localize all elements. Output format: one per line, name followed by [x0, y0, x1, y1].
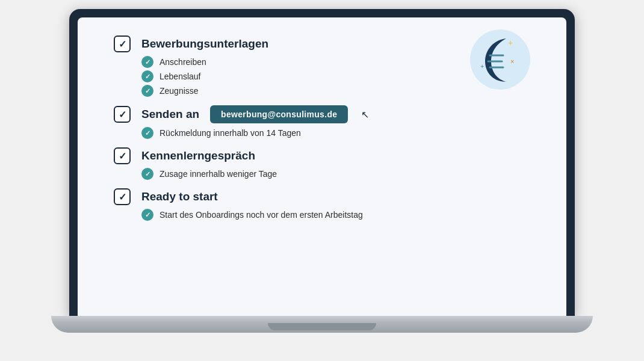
sub-items-4: Start des Onboardings noch vor dem erste…	[141, 209, 530, 221]
section-header-2: ✓ Senden an bewerbung@consulimus.de ↖	[114, 105, 530, 123]
sub-items-3: Zusage innerhalb weniger Tage	[141, 168, 530, 180]
sub-item-zusage: Zusage innerhalb weniger Tage	[141, 168, 530, 180]
checkbox-check-3: ✓	[119, 150, 126, 162]
green-check-icon	[141, 70, 153, 82]
checkbox-check-2: ✓	[119, 109, 126, 120]
laptop-screen: + × + ✓ Bewerbungsunterlagen	[78, 17, 566, 316]
section-title-2: Senden an	[141, 108, 199, 121]
screen-content: + × + ✓ Bewerbungsunterlagen	[78, 17, 566, 316]
section-senden-an: ✓ Senden an bewerbung@consulimus.de ↖ Rü…	[114, 105, 530, 139]
checkbox-2[interactable]: ✓	[114, 106, 131, 123]
green-check-icon	[141, 209, 153, 221]
sub-item-rueckmeldung: Rückmeldung innerhalb von 14 Tagen	[141, 127, 530, 139]
checkbox-check-1: ✓	[119, 39, 126, 50]
laptop-wrapper: + × + ✓ Bewerbungsunterlagen	[63, 9, 581, 352]
section-header-3: ✓ Kennenlerngespräch	[114, 147, 530, 164]
svg-text:+: +	[508, 38, 513, 48]
checkbox-3[interactable]: ✓	[114, 147, 131, 164]
green-check-icon	[141, 168, 153, 180]
cursor-icon: ↖	[361, 109, 369, 120]
section-kennenlerngespraech: ✓ Kennenlerngespräch Zusage innerhalb we…	[114, 147, 530, 180]
checkbox-4[interactable]: ✓	[114, 188, 131, 205]
sub-item-onboarding: Start des Onboardings noch vor dem erste…	[141, 209, 530, 221]
svg-text:×: ×	[510, 58, 514, 65]
section-title-1: Bewerbungsunterlagen	[141, 37, 268, 51]
section-title-4: Ready to start	[141, 190, 218, 203]
green-check-icon	[141, 127, 153, 139]
illustration: + × +	[467, 26, 533, 95]
checkbox-1[interactable]: ✓	[114, 35, 131, 52]
section-title-3: Kennenlerngespräch	[141, 149, 255, 162]
svg-text:+: +	[480, 63, 484, 70]
email-badge[interactable]: bewerbung@consulimus.de	[210, 105, 348, 123]
laptop-screen-outer: + × + ✓ Bewerbungsunterlagen	[69, 9, 575, 316]
laptop-hinge	[268, 323, 376, 330]
sub-items-2: Rückmeldung innerhalb von 14 Tagen	[141, 127, 530, 139]
section-ready-to-start: ✓ Ready to start Start des Onboardings n…	[114, 188, 530, 221]
green-check-icon	[141, 85, 153, 97]
laptop-base	[51, 316, 593, 333]
section-header-4: ✓ Ready to start	[114, 188, 530, 205]
green-check-icon	[141, 56, 153, 68]
checkbox-check-4: ✓	[119, 191, 126, 203]
